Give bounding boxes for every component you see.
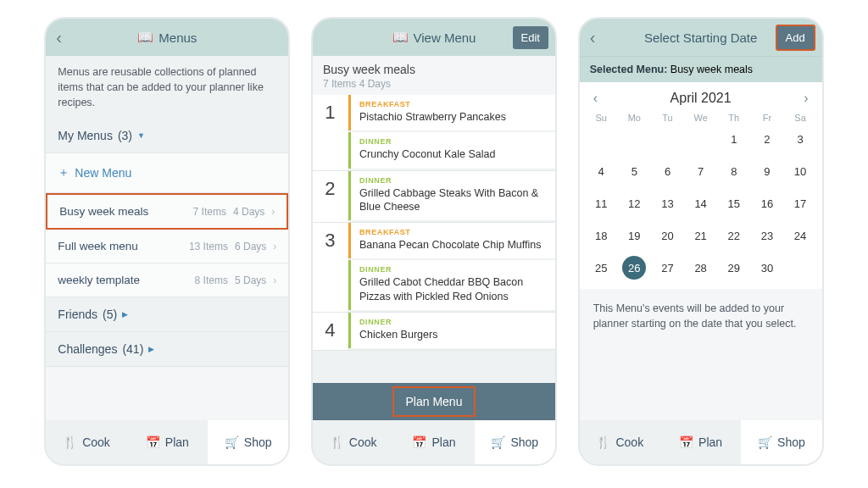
page-title: View Menu — [414, 30, 476, 45]
calendar-day[interactable]: 18 — [585, 223, 618, 248]
header: ‹ Select Starting Date Add — [580, 19, 822, 56]
cart-icon: 🛒 — [225, 435, 239, 449]
help-note: This Menu's events will be added to your… — [580, 289, 822, 343]
calendar-day[interactable]: 23 — [750, 223, 783, 248]
menu-meta: 7 Items 4 Days — [323, 78, 545, 90]
edit-button[interactable]: Edit — [513, 26, 548, 49]
calendar-day[interactable]: 17 — [783, 191, 816, 216]
plan-bar: Plan Menu — [313, 383, 555, 420]
meal-item[interactable]: BREAKFAST Banana Pecan Chocolate Chip Mu… — [348, 223, 555, 258]
calendar-day[interactable]: 2 — [750, 126, 783, 152]
calendar-day[interactable]: 21 — [684, 223, 717, 248]
nav-shop[interactable]: 🛒Shop — [208, 420, 288, 464]
menu-name: Busy week meals — [323, 63, 545, 76]
calendar-day[interactable]: 16 — [750, 191, 783, 216]
calendar-day[interactable]: 3 — [783, 126, 816, 152]
bottom-nav: 🍴Cook 📅Plan 🛒Shop — [46, 420, 288, 464]
menu-items: 8 Items — [195, 274, 228, 286]
calendar-day[interactable]: 22 — [717, 223, 750, 248]
calendar-header: ‹ April 2021 › — [580, 82, 822, 111]
calendar-day[interactable]: 20 — [651, 223, 684, 248]
calendar-day[interactable]: 9 — [750, 158, 783, 184]
cart-icon: 🛒 — [491, 435, 505, 449]
chevron-right-icon: › — [273, 274, 276, 286]
calendar-day[interactable]: 12 — [618, 191, 651, 216]
meal-item[interactable]: DINNER Crunchy Coconut Kale Salad — [348, 132, 555, 168]
fork-knife-icon: 🍴 — [330, 435, 344, 449]
meal-dish: Banana Pecan Chocolate Chip Muffins — [359, 238, 547, 252]
back-icon[interactable]: ‹ — [56, 28, 62, 47]
friends-section[interactable]: Friends (5) ▶ — [46, 297, 288, 332]
nav-plan[interactable]: 📅Plan — [660, 420, 741, 464]
challenges-section[interactable]: Challenges (41) ▶ — [46, 332, 288, 367]
calendar-day[interactable]: 1 — [717, 126, 750, 152]
weekday-label: Th — [717, 113, 750, 123]
nav-shop[interactable]: 🛒Shop — [475, 420, 555, 464]
nav-plan[interactable]: 📅Plan — [393, 420, 474, 464]
book-icon: 📖 — [392, 30, 409, 45]
month-label: April 2021 — [670, 91, 732, 106]
meal-item[interactable]: DINNER Chicken Burgers — [348, 313, 555, 348]
calendar-day[interactable]: 6 — [651, 158, 684, 184]
calendar-day[interactable]: 30 — [750, 255, 783, 280]
nav-shop[interactable]: 🛒Shop — [741, 420, 821, 464]
my-menus-section[interactable]: My Menus (3) ▼ — [46, 119, 288, 153]
selected-menu-label: Selected Menu: — [590, 64, 668, 75]
meal-dish: Grilled Cabbage Steaks With Bacon & Blue… — [359, 186, 547, 214]
calendar-day[interactable]: 11 — [585, 191, 618, 216]
bottom-nav: 🍴Cook 📅Plan 🛒Shop — [580, 420, 822, 464]
calendar-day[interactable]: 26 — [618, 255, 651, 280]
back-icon[interactable]: ‹ — [590, 28, 596, 47]
meal-type-label: BREAKFAST — [359, 100, 547, 108]
meal-item[interactable]: DINNER Grilled Cabot Cheddar BBQ Bacon P… — [348, 260, 555, 310]
calendar-icon: 📅 — [679, 435, 693, 449]
calendar-day[interactable]: 7 — [684, 158, 717, 184]
meal-item[interactable]: DINNER Grilled Cabbage Steaks With Bacon… — [348, 171, 555, 221]
next-month-icon[interactable]: › — [804, 91, 808, 106]
calendar-day[interactable]: 8 — [717, 158, 750, 184]
menu-days: 4 Days — [233, 206, 264, 218]
menu-row[interactable]: weekly template 8 Items 5 Days › — [46, 263, 288, 297]
page-title: Menus — [159, 30, 197, 45]
day-number: 3 — [313, 223, 348, 312]
calendar-day[interactable]: 5 — [618, 158, 651, 184]
day-number: 2 — [313, 171, 348, 223]
calendar-day[interactable]: 24 — [783, 223, 816, 248]
calendar-day[interactable]: 29 — [717, 255, 750, 280]
menu-row[interactable]: Full week menu 13 Items 6 Days › — [46, 230, 288, 263]
calendar-day[interactable]: 13 — [651, 191, 684, 216]
meal-dish: Grilled Cabot Cheddar BBQ Bacon Pizzas w… — [359, 275, 547, 303]
plan-menu-button[interactable]: Plan Menu — [392, 386, 476, 417]
chevron-right-icon: › — [271, 206, 275, 218]
friends-label: Friends — [58, 308, 97, 321]
add-button[interactable]: Add — [776, 25, 815, 51]
header: 📖View Menu Edit — [313, 19, 555, 56]
nav-cook[interactable]: 🍴Cook — [313, 420, 393, 464]
calendar-day[interactable]: 27 — [651, 255, 684, 280]
menu-row[interactable]: Busy week meals 7 Items 4 Days › — [46, 193, 288, 230]
calendar-day[interactable]: 28 — [684, 255, 717, 280]
calendar-day[interactable]: 15 — [717, 191, 750, 216]
weekday-label: We — [684, 113, 717, 123]
new-menu-button[interactable]: ＋ New Menu — [46, 153, 288, 193]
calendar-day[interactable]: 10 — [783, 158, 816, 184]
prev-month-icon[interactable]: ‹ — [593, 91, 598, 106]
phone-menus: ‹ 📖Menus Menus are reusable collections … — [44, 17, 290, 466]
my-menus-label: My Menus — [58, 129, 113, 142]
my-menus-count: (3) — [118, 129, 132, 142]
calendar-day[interactable]: 19 — [618, 223, 651, 248]
calendar-day[interactable]: 4 — [585, 158, 618, 184]
day-list: 1BREAKFAST Pistachio Strawberry Pancakes… — [313, 95, 555, 383]
new-menu-label: New Menu — [75, 166, 131, 180]
nav-plan[interactable]: 📅Plan — [127, 420, 208, 464]
menu-items: 7 Items — [193, 206, 226, 218]
plus-icon: ＋ — [58, 165, 70, 180]
book-icon: 📖 — [137, 30, 153, 45]
meal-dish: Crunchy Coconut Kale Salad — [359, 147, 547, 161]
nav-cook[interactable]: 🍴Cook — [580, 420, 660, 464]
calendar-day[interactable]: 14 — [684, 191, 717, 216]
challenges-label: Challenges — [58, 342, 117, 356]
nav-cook[interactable]: 🍴Cook — [46, 420, 126, 464]
meal-item[interactable]: BREAKFAST Pistachio Strawberry Pancakes — [348, 95, 555, 130]
calendar-day[interactable]: 25 — [585, 255, 618, 280]
